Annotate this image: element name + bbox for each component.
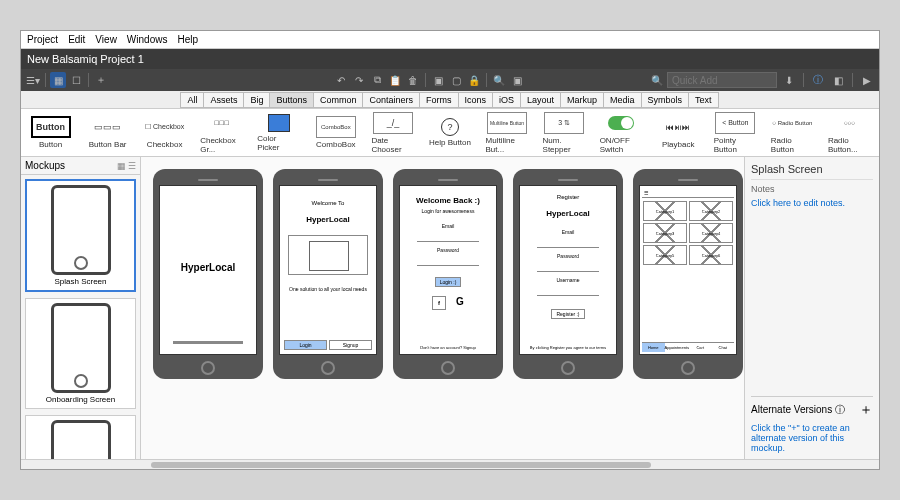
category-tile[interactable]: Category1	[643, 201, 687, 221]
view-thumbs-icon[interactable]: ▦	[50, 72, 66, 88]
phone-home[interactable]: ☰ Category1 Category2 Category3 Category…	[633, 169, 743, 379]
ctl-combobox[interactable]: ComboBoxComboBox	[314, 116, 357, 149]
fullscreen-icon[interactable]: ▶	[859, 72, 875, 88]
ctl-playback[interactable]: ⏮⏯⏭Playback	[657, 116, 700, 149]
ungroup-icon[interactable]: ▢	[448, 72, 464, 88]
facebook-button[interactable]: f	[432, 296, 446, 310]
login-submit-button[interactable]: Login :)	[435, 277, 462, 287]
reg-password-label: Password	[557, 253, 579, 259]
menu-project[interactable]: Project	[27, 34, 58, 45]
tab-ios[interactable]: iOS	[492, 92, 521, 108]
menu-view[interactable]: View	[95, 34, 117, 45]
project-title: New Balsamiq Project 1	[27, 53, 144, 65]
add-mockup-icon[interactable]: ＋	[93, 72, 109, 88]
terms-text: By clicking Register you agree to our te…	[530, 345, 606, 350]
import-icon[interactable]: ⬇	[781, 72, 797, 88]
google-button[interactable]: G	[456, 296, 464, 310]
tab-home[interactable]: Home	[642, 343, 665, 352]
quick-add-input[interactable]	[667, 72, 777, 88]
view-list-icon[interactable]: ☐	[68, 72, 84, 88]
menu-windows[interactable]: Windows	[127, 34, 168, 45]
control-gallery[interactable]: ButtonButton ▭▭▭Button Bar ☐ CheckboxChe…	[21, 109, 879, 157]
register-button[interactable]: Register :)	[551, 309, 584, 319]
thumb-login[interactable]: Login Screen	[25, 415, 136, 459]
signup-link[interactable]: Don't have an account? Signup	[420, 345, 475, 350]
tab-appointments[interactable]: Appointments	[665, 343, 689, 352]
ctl-multiline[interactable]: Multiline ButtonMultiline But...	[486, 112, 529, 154]
lock-icon[interactable]: 🔒	[466, 72, 482, 88]
tab-containers[interactable]: Containers	[362, 92, 420, 108]
ctl-checkbox-group[interactable]: ☐☐☐Checkbox Gr...	[200, 112, 243, 154]
ctl-radiogroup[interactable]: ○○○Radio Button...	[828, 112, 871, 154]
tab-forms[interactable]: Forms	[419, 92, 459, 108]
phone-splash[interactable]: HyperLocal	[153, 169, 263, 379]
phone-onboarding[interactable]: Welcome To HyperLocal One solution to al…	[273, 169, 383, 379]
ctl-colorpicker[interactable]: Color Picker	[257, 114, 300, 152]
scrollbar-handle[interactable]	[151, 462, 651, 468]
menu-help[interactable]: Help	[177, 34, 198, 45]
sidebar-grid-icon[interactable]: ▦	[117, 161, 126, 171]
notes-edit-link[interactable]: Click here to edit notes.	[751, 198, 873, 208]
ctl-pointybutton[interactable]: < ButtonPointy Button	[714, 112, 757, 154]
add-alt-button[interactable]: ＋	[859, 401, 873, 419]
ctl-button[interactable]: ButtonButton	[29, 116, 72, 149]
category-tile[interactable]: Category6	[689, 245, 733, 265]
sidebar-list-icon[interactable]: ☰	[128, 161, 136, 171]
menu-edit[interactable]: Edit	[68, 34, 85, 45]
tab-icons[interactable]: Icons	[458, 92, 494, 108]
email-field[interactable]	[417, 234, 479, 242]
onboard-title: HyperLocal	[306, 215, 350, 224]
thumbs-list[interactable]: Splash Screen Onboarding Screen Login Sc…	[21, 175, 140, 459]
horizontal-scrollbar[interactable]	[21, 459, 879, 469]
password-field[interactable]	[417, 258, 479, 266]
tab-assets[interactable]: Assets	[203, 92, 244, 108]
copy-icon[interactable]: ⧉	[369, 72, 385, 88]
zoom-fit-icon[interactable]: ▣	[509, 72, 525, 88]
tab-chat[interactable]: Chat	[712, 343, 735, 352]
reg-username-field[interactable]	[537, 288, 599, 296]
info-icon[interactable]: ⓘ	[810, 72, 826, 88]
tab-symbols[interactable]: Symbols	[641, 92, 690, 108]
redo-icon[interactable]: ↷	[351, 72, 367, 88]
category-tile[interactable]: Category4	[689, 223, 733, 243]
home-button-icon	[201, 361, 215, 375]
delete-icon[interactable]: 🗑	[405, 72, 421, 88]
category-tile[interactable]: Category5	[643, 245, 687, 265]
register-eyebrow: Register	[557, 194, 579, 200]
reg-password-field[interactable]	[537, 264, 599, 272]
tab-buttons[interactable]: Buttons	[269, 92, 314, 108]
tab-big[interactable]: Big	[243, 92, 270, 108]
help-icon[interactable]: ⓘ	[835, 404, 845, 415]
control-filter-tabs: All Assets Big Buttons Common Containers…	[21, 91, 879, 109]
ctl-helpbutton[interactable]: ?Help Button	[428, 118, 471, 147]
signup-button[interactable]: Signup	[329, 340, 372, 350]
login-button[interactable]: Login	[284, 340, 327, 350]
ctl-checkbox[interactable]: ☐ CheckboxCheckbox	[143, 116, 186, 149]
zoom-icon[interactable]: 🔍	[491, 72, 507, 88]
tab-all[interactable]: All	[180, 92, 204, 108]
ctl-numstepper[interactable]: 3 ⇅Num. Stepper	[543, 112, 586, 154]
ctl-switch[interactable]: ON/OFF Switch	[600, 112, 643, 154]
tab-media[interactable]: Media	[603, 92, 642, 108]
ctl-buttonbar[interactable]: ▭▭▭Button Bar	[86, 116, 129, 149]
phone-register[interactable]: Register HyperLocal Email Password Usern…	[513, 169, 623, 379]
hamburger-icon[interactable]: ☰▾	[25, 72, 41, 88]
category-tile[interactable]: Category2	[689, 201, 733, 221]
category-tile[interactable]: Category3	[643, 223, 687, 243]
phone-login[interactable]: Welcome Back :) Login for awesomeness Em…	[393, 169, 503, 379]
group-icon[interactable]: ▣	[430, 72, 446, 88]
thumb-onboarding[interactable]: Onboarding Screen	[25, 298, 136, 409]
thumb-splash[interactable]: Splash Screen	[25, 179, 136, 292]
reg-email-field[interactable]	[537, 240, 599, 248]
tab-cart[interactable]: Cart	[689, 343, 712, 352]
tab-common[interactable]: Common	[313, 92, 364, 108]
canvas[interactable]: HyperLocal Welcome To HyperLocal One sol…	[141, 157, 744, 459]
tab-text[interactable]: Text	[688, 92, 719, 108]
ctl-radiobutton[interactable]: ○ Radio ButtonRadio Button	[771, 112, 814, 154]
tab-layout[interactable]: Layout	[520, 92, 561, 108]
tab-markup[interactable]: Markup	[560, 92, 604, 108]
paste-icon[interactable]: 📋	[387, 72, 403, 88]
panel-toggle-icon[interactable]: ◧	[830, 72, 846, 88]
ctl-datechooser[interactable]: _/_Date Chooser	[371, 112, 414, 154]
undo-icon[interactable]: ↶	[333, 72, 349, 88]
